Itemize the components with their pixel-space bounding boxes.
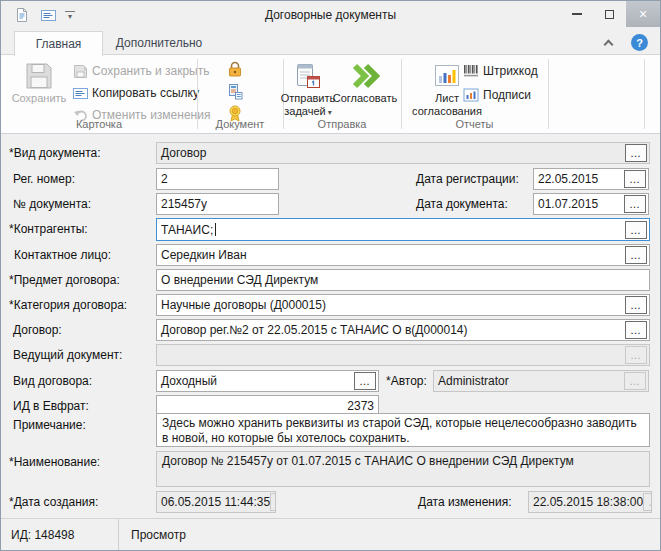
reg-nomer-field[interactable]: 2 — [156, 168, 279, 190]
approve-button[interactable]: Согласовать — [331, 58, 399, 120]
copy-link-button[interactable]: Копировать ссылку — [73, 84, 199, 102]
vedushij-dokument-label: Ведущий документ: — [13, 347, 122, 363]
reg-nomer-value: 2 — [161, 172, 168, 186]
save-label: Сохранить — [12, 92, 67, 105]
predmet-dogovora-label: *Предмет договора: — [9, 272, 120, 288]
dogovor-field[interactable]: Договор рег.№2 от 22.05.2015 с ТАНАИС О … — [156, 319, 650, 341]
ribbon: Сохранить Сохранить и закрыть Копировать… — [1, 54, 660, 134]
save-and-close-button: Сохранить и закрыть — [73, 62, 209, 80]
kategoriya-dogovora-field[interactable]: Научные договоры (Д000015) … — [156, 294, 650, 316]
kontragenty-picker-button[interactable]: … — [625, 221, 647, 239]
vid-dogovora-label: Вид договора: — [13, 373, 92, 389]
save-close-icon — [73, 64, 88, 79]
data-izmeneniya-picker-button: … — [643, 493, 652, 511]
dogovor-label: Договор: — [13, 322, 62, 338]
avtor-label: *Автор: — [386, 373, 427, 389]
vid-dokumenta-picker-button[interactable]: … — [625, 144, 647, 162]
data-dokumenta-value: 01.07.2015 — [538, 197, 598, 211]
signatures-icon — [463, 88, 479, 102]
avtor-field: Administrator … — [433, 370, 649, 392]
save-and-close-label: Сохранить и закрыть — [92, 64, 209, 78]
data-izmeneniya-label: Дата изменения: — [418, 494, 512, 510]
send-task-button[interactable]: Отправить задачей▾ — [279, 58, 337, 120]
predmet-dogovora-field[interactable]: О внедрении СЭД Директум — [156, 269, 650, 291]
kontragenty-field[interactable]: ТАНАИС; … — [156, 218, 650, 241]
data-sozdaniya-value: 06.05.2015 11:44:35 — [161, 495, 270, 509]
reg-nomer-label: Рег. номер: — [13, 171, 75, 187]
text-caret — [215, 223, 216, 236]
contract-card-window: ▾ Договорные документы × Главная Дополни… — [0, 0, 661, 551]
kontragenty-value: ТАНАИС; — [161, 223, 213, 237]
tab-dopolnitelno[interactable]: Дополнительно — [103, 31, 215, 56]
copy-link-label: Копировать ссылку — [92, 86, 199, 100]
data-izmeneniya-value: 22.05.2015 18:38:00 — [533, 495, 643, 509]
id-v-evfrat-value: 2373 — [347, 399, 374, 413]
data-sozdaniya-picker-button: … — [270, 493, 276, 511]
data-izmeneniya-field: 22.05.2015 18:38:00 … — [528, 491, 652, 513]
signatures-label: Подписи — [483, 88, 531, 102]
kategoriya-dogovora-label: *Категория договора: — [9, 297, 127, 313]
kategoriya-dogovora-value: Научные договоры (Д000015) — [161, 298, 326, 312]
vid-dokumenta-value: Договор — [161, 146, 206, 160]
kontaktnoe-lico-picker-button[interactable]: … — [625, 246, 647, 264]
barcode-icon — [463, 64, 479, 78]
group-otpravka-label: Отправка — [283, 117, 401, 131]
primechanie-label: Примечание: — [13, 417, 86, 433]
primechanie-value: Здесь можно хранить реквизиты из старой … — [162, 416, 644, 446]
vid-dogovora-picker-button[interactable]: … — [354, 372, 376, 390]
document-properties-button[interactable] — [225, 81, 245, 101]
barcode-button[interactable]: Штрихкод — [463, 62, 538, 80]
id-v-evfrat-label: ИД в Евфрат: — [13, 398, 89, 414]
approve-icon — [349, 60, 381, 92]
signatures-button[interactable]: Подписи — [463, 86, 531, 104]
ribbon-tabs: Главная Дополнительно ? — [1, 29, 660, 55]
tab-glavnaya[interactable]: Главная — [14, 31, 103, 56]
nomer-dokumenta-value: 215457у — [161, 197, 207, 211]
data-registracii-label: Дата регистрации: — [416, 171, 519, 187]
kontaktnoe-lico-field[interactable]: Середкин Иван … — [156, 244, 650, 266]
vedushij-dokument-picker-button: … — [625, 346, 647, 364]
approve-label: Согласовать — [333, 92, 397, 105]
naimenovanie-field: Договор № 215457у от 01.07.2015 с ТАНАИС… — [156, 451, 650, 487]
kontaktnoe-lico-label: Контактное лицо: — [14, 247, 111, 263]
dogovor-picker-button[interactable]: … — [625, 321, 647, 339]
nomer-dokumenta-field[interactable]: 215457у — [156, 193, 279, 215]
status-mode: Просмотр — [131, 519, 186, 550]
vid-dogovora-value: Доходный — [161, 374, 217, 388]
lock-document-button[interactable] — [225, 59, 245, 79]
collapse-ribbon-button[interactable] — [602, 38, 614, 50]
data-dokumenta-picker-button[interactable]: … — [624, 195, 646, 213]
titlebar: ▾ Договорные документы × — [1, 1, 660, 29]
data-registracii-field[interactable]: 22.05.2015 … — [533, 168, 649, 190]
send-task-icon — [293, 60, 323, 92]
vid-dogovora-field[interactable]: Доходный … — [156, 370, 379, 392]
dogovor-value: Договор рег.№2 от 22.05.2015 с ТАНАИС О … — [161, 323, 468, 337]
kategoriya-dogovora-picker-button[interactable]: … — [625, 296, 647, 314]
avtor-value: Administrator — [438, 374, 509, 388]
data-sozdaniya-label: *Дата создания: — [9, 494, 98, 510]
status-id: ИД: 148498 — [11, 519, 74, 550]
group-otchety-label: Отчеты — [401, 117, 548, 131]
vedushij-dokument-field: … — [156, 344, 650, 366]
data-registracii-picker-button[interactable]: … — [624, 170, 646, 188]
save-icon — [24, 60, 54, 92]
close-button[interactable]: × — [626, 1, 660, 27]
maximize-button[interactable] — [594, 1, 624, 27]
kontaktnoe-lico-value: Середкин Иван — [161, 248, 247, 262]
kontragenty-label: *Контрагенты: — [9, 221, 88, 237]
vid-dokumenta-field: Договор … — [156, 142, 650, 164]
group-dokument-label: Документ — [197, 117, 283, 131]
naimenovanie-value: Договор № 215457у от 01.07.2015 с ТАНАИС… — [162, 454, 574, 469]
help-button[interactable]: ? — [631, 34, 648, 51]
naimenovanie-label: *Наименование: — [9, 454, 100, 470]
save-button: Сохранить — [9, 58, 69, 120]
nomer-dokumenta-label: № документа: — [13, 196, 91, 212]
copy-link-icon — [73, 86, 88, 101]
avtor-picker-button: … — [624, 372, 646, 390]
data-dokumenta-field[interactable]: 01.07.2015 … — [533, 193, 649, 215]
vid-dokumenta-label: *Вид документа: — [9, 145, 101, 161]
predmet-dogovora-value: О внедрении СЭД Директум — [161, 273, 318, 287]
minimize-button[interactable] — [562, 1, 592, 27]
primechanie-field[interactable]: Здесь можно хранить реквизиты из старой … — [156, 413, 650, 447]
data-sozdaniya-field: 06.05.2015 11:44:35 … — [156, 491, 276, 513]
